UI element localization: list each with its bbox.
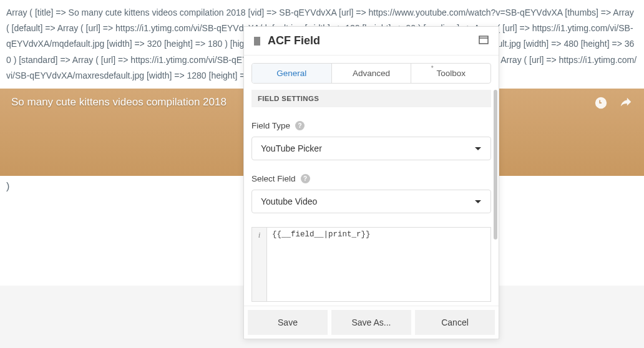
help-icon[interactable]: ? — [295, 121, 305, 130]
field-type-select[interactable]: YouTube Picker — [251, 137, 491, 160]
modal-footer: Save Save As... Cancel — [244, 306, 499, 339]
tabs: General Advanced *Toolbox — [251, 63, 491, 84]
scrollbar[interactable] — [494, 90, 497, 299]
code-gutter: i — [252, 228, 267, 301]
share-icon[interactable] — [619, 96, 633, 112]
drag-handle-icon[interactable] — [254, 37, 260, 46]
cancel-button[interactable]: Cancel — [415, 310, 495, 335]
svg-rect-0 — [479, 36, 488, 44]
chevron-down-icon — [474, 196, 482, 206]
section-field-settings: FIELD SETTINGS — [251, 90, 491, 107]
field-type-label: Field Type ? — [251, 121, 491, 130]
tab-advanced[interactable]: Advanced — [332, 64, 412, 83]
tab-toolbox[interactable]: *Toolbox — [411, 64, 490, 83]
window-icon[interactable] — [479, 36, 489, 47]
save-button[interactable]: Save — [248, 310, 328, 335]
help-icon[interactable]: ? — [301, 174, 310, 183]
code-content[interactable]: {{__field__|print_r}} — [267, 228, 490, 301]
video-title: So many cute kittens videos compilation … — [11, 96, 227, 109]
chevron-down-icon — [474, 143, 482, 153]
tab-general[interactable]: General — [252, 64, 332, 83]
modal-body: FIELD SETTINGS Field Type ? YouTube Pick… — [244, 84, 499, 306]
select-field-select[interactable]: Youtube Video — [251, 190, 491, 213]
save-as-button[interactable]: Save As... — [331, 310, 411, 335]
template-code-editor[interactable]: i {{__field__|print_r}} — [251, 227, 491, 302]
select-field-label: Select Field ? — [251, 174, 491, 183]
acf-field-modal: ACF Field General Advanced *Toolbox FIEL… — [243, 26, 499, 339]
modal-header: ACF Field — [244, 27, 499, 56]
modal-title: ACF Field — [268, 34, 479, 47]
watch-later-icon[interactable] — [594, 96, 608, 112]
